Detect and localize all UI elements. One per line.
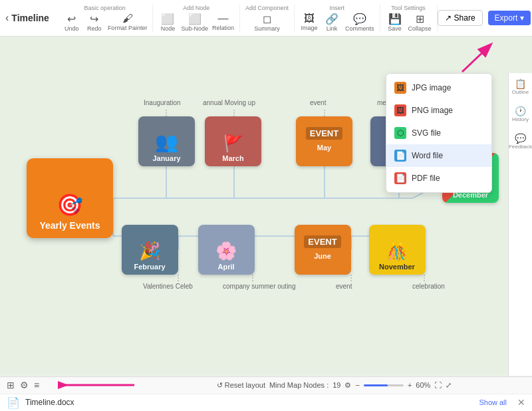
relation-button[interactable]: —Relation: [212, 13, 234, 31]
png-icon: 🖼: [394, 104, 406, 116]
collapse-label: Collapse: [408, 25, 432, 32]
bottom-menu-icon[interactable]: ≡: [34, 380, 39, 390]
bottom-file-bar: 📄 Timeline.docx Show all ✕: [0, 394, 532, 411]
dropdown-svg[interactable]: ⬡ SVG file: [386, 122, 491, 144]
format-painter-label: Format Painter: [108, 25, 148, 31]
dropdown-word[interactable]: 📄 Word file: [386, 144, 491, 167]
relation-label: Relation: [212, 25, 234, 31]
reset-layout-button[interactable]: ↺ Reset layout: [217, 381, 265, 390]
group-basic-operation: Basic operation ↩Undo ↪Redo 🖌Format Pain…: [57, 5, 154, 32]
group-label-add-node: Add Node: [183, 5, 209, 11]
summary-button[interactable]: ◻Summary: [254, 13, 280, 32]
comments-icon: 💬: [353, 13, 366, 25]
redo-button[interactable]: ↪Redo: [85, 13, 104, 32]
outline-label: Outline: [512, 89, 529, 95]
collapse-icon: ⊞: [416, 13, 424, 25]
fit-screen-icon[interactable]: ⛶: [434, 381, 442, 389]
export-label: Export: [495, 13, 518, 23]
zoom-slider[interactable]: [364, 384, 404, 386]
node-icon: ⬜: [161, 13, 174, 25]
svg-icon: ⬡: [394, 127, 406, 139]
link-icon: 🔗: [325, 13, 338, 25]
node-button[interactable]: ⬜Node: [158, 13, 177, 32]
group-label-add-component: Add Component: [245, 5, 289, 11]
svg-line-22: [462, 45, 490, 72]
file-name-label: Timeline.docx: [25, 398, 74, 407]
annotation-company: company summer outing: [223, 283, 296, 290]
close-file-button[interactable]: ✕: [517, 397, 525, 408]
bottom-toolbar: ⊞ ⚙ ≡ ↺ Reset layout Mind Map Nodes : 19…: [0, 377, 532, 394]
fullscreen-icon[interactable]: ⤢: [446, 381, 452, 390]
outline-icon: 📋: [515, 78, 526, 89]
annotation-celebration: celebration: [412, 283, 445, 290]
group-label-basic: Basic operation: [84, 5, 126, 11]
image-label: Image: [301, 25, 318, 31]
comments-label: Comments: [345, 25, 374, 32]
bottom-grid-icon[interactable]: ⊞: [7, 380, 15, 390]
sidebar-history[interactable]: 🕐 History: [512, 106, 529, 122]
root-node[interactable]: 🎯 Yearly Events: [27, 158, 113, 238]
zoom-minus[interactable]: −: [355, 381, 359, 389]
november-label: November: [379, 263, 415, 271]
april-label: April: [217, 263, 234, 271]
bottom-bar: ⊞ ⚙ ≡ ↺ Reset layout Mind Map Nodes : 19…: [0, 376, 532, 411]
node-may[interactable]: EVENT May: [296, 116, 352, 166]
sidebar-feedback[interactable]: 💬 Feedback: [509, 133, 532, 150]
reset-icon: ↺: [217, 381, 223, 390]
collapse-button[interactable]: ⊞Collapse: [408, 13, 432, 32]
node-january[interactable]: 👥 January: [138, 116, 195, 166]
annotation-valentines: Valentines Celeb: [143, 283, 193, 290]
redo-label: Redo: [87, 25, 102, 32]
annotation-annual: annual Moving up: [203, 99, 255, 106]
sub-node-icon: ⬜: [188, 13, 201, 25]
group-insert: Insert 🖼Image 🔗Link 💬Comments: [295, 5, 380, 32]
share-button[interactable]: ↗ Share: [438, 10, 483, 26]
app-title: Timeline: [11, 13, 49, 23]
dropdown-png[interactable]: 🖼 PNG image: [386, 99, 491, 122]
node-march[interactable]: 🚩 March: [205, 116, 261, 166]
save-button[interactable]: 💾Save: [386, 13, 404, 32]
back-button[interactable]: ‹ Timeline: [5, 12, 49, 24]
save-icon: 💾: [388, 13, 402, 25]
annotation-event-may: event: [310, 99, 326, 106]
annotation-inauguration: Inauguration: [144, 99, 181, 106]
group-tool-settings: Tool Settings 💾Save ⊞Collapse: [380, 5, 438, 32]
comments-button[interactable]: 💬Comments: [345, 13, 374, 32]
toolbar: ‹ Timeline Basic operation ↩Undo ↪Redo 🖌…: [0, 0, 532, 37]
april-icon: 🌸: [215, 241, 237, 261]
group-label-tool-settings: Tool Settings: [391, 5, 426, 11]
file-type-icon: 📄: [7, 396, 20, 409]
february-label: February: [134, 263, 165, 271]
dropdown-jpg[interactable]: 🖼 JPG image: [386, 76, 491, 99]
node-count: 19: [332, 381, 340, 389]
export-button[interactable]: Export ▾: [488, 11, 531, 25]
february-icon: 🎉: [139, 241, 160, 261]
root-label: Yearly Events: [39, 220, 100, 231]
show-all-button[interactable]: Show all: [479, 398, 507, 406]
group-add-component: Add Component ◻Summary: [240, 5, 295, 32]
summary-icon: ◻: [263, 13, 271, 25]
format-painter-button[interactable]: 🖌Format Painter: [108, 13, 148, 31]
sub-node-label: Sub-Node: [181, 25, 208, 32]
jpg-label: JPG image: [412, 83, 451, 92]
feedback-icon: 💬: [515, 133, 526, 144]
january-label: January: [152, 154, 180, 162]
zoom-level: 60%: [416, 381, 430, 389]
undo-button[interactable]: ↩Undo: [63, 13, 81, 32]
dropdown-pdf[interactable]: 📄 PDF file: [386, 167, 491, 190]
bottom-arrow-area: [58, 377, 138, 393]
root-icon: 🎯: [57, 192, 83, 217]
link-button[interactable]: 🔗Link: [323, 13, 341, 32]
group-label-insert: Insert: [330, 5, 345, 11]
image-button[interactable]: 🖼Image: [300, 13, 319, 31]
undo-label: Undo: [65, 25, 79, 32]
group-items-add-component: ◻Summary: [254, 13, 280, 32]
bottom-pink-arrow: [58, 377, 138, 393]
zoom-plus[interactable]: +: [408, 381, 412, 389]
pdf-icon: 📄: [394, 172, 406, 184]
sidebar-outline[interactable]: 📋 Outline: [512, 78, 529, 95]
bottom-gear-icon[interactable]: ⚙: [20, 380, 29, 390]
sub-node-button[interactable]: ⬜Sub-Node: [181, 13, 208, 32]
settings-dot-icon[interactable]: ⚙: [344, 381, 351, 390]
history-icon: 🕐: [515, 106, 526, 116]
